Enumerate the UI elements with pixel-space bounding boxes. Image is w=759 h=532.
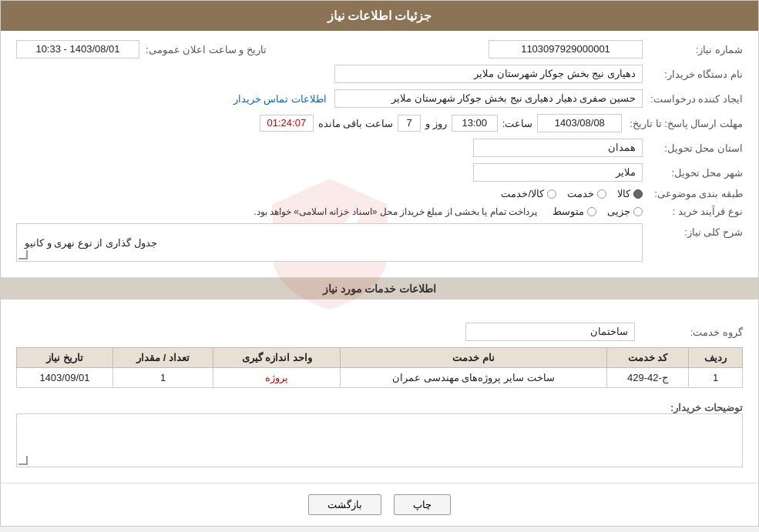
noeFarayand-label: نوع فرآیند خرید :: [643, 206, 743, 217]
noeFarayand-jozi-label: جزیی: [607, 206, 630, 217]
mohlat-saat-label: ساعت:: [498, 118, 538, 129]
mohlat-label: مهلت ارسال پاسخ: تا تاریخ:: [622, 118, 743, 129]
mohlat-saat: 13:00: [452, 115, 498, 132]
khadamat-table: ردیف کد خدمت نام خدمت واحد اندازه گیری ت…: [16, 347, 743, 388]
shahr-label: شهر محل تحویل:: [643, 167, 743, 179]
tosif-label: توضیحات خریدار:: [643, 399, 743, 413]
sharh-text: جدول گذاری از نوع نهری و کانیو: [25, 237, 157, 249]
noeFarayand-motevaset-label: متوسط: [552, 206, 584, 217]
print-button[interactable]: چاپ: [394, 494, 451, 515]
ijadKonande-value: حسین صفری دهیار دهیاری نیج بخش جوکار شهر…: [334, 89, 643, 108]
row-ostan: استان محل تحویل: همدان: [16, 139, 743, 157]
tarikh-value: 1403/08/01 - 10:33: [16, 40, 139, 59]
mohlat-baqi-label: ساعت باقی مانده: [314, 118, 398, 129]
row-tosif: توضیحات خریدار:: [16, 399, 743, 467]
page-wrapper: جزئیات اطلاعات نیاز شماره نیاز: 11030979…: [0, 0, 759, 527]
sharh-label: شرح کلی نیاز:: [643, 223, 743, 238]
shahr-value: ملایر: [473, 163, 643, 182]
noeFarayand-radio-group: جزیی متوسط: [552, 206, 643, 217]
page-title: جزئیات اطلاعات نیاز: [327, 9, 432, 22]
tabaqe-label: طبقه بندی موضوعی:: [643, 188, 743, 199]
radio-khadamat-icon: [597, 189, 606, 199]
grohe-khadamat-label: گروه خدمت:: [643, 326, 743, 338]
tabaqe-kalakhadamat-label: کالا/خدمت: [501, 188, 544, 199]
table-cell-namKhadamat: ساخت سایر پروژه‌های مهندسی عمران: [340, 368, 606, 388]
tosif-resize-handle[interactable]: [18, 456, 28, 465]
radio-kala-icon: [633, 189, 643, 199]
table-cell-vahed: پروژه: [213, 368, 341, 388]
khadamat-section: گروه خدمت: ساختمان ردیف کد خدمت نام خدمت…: [1, 307, 758, 483]
shomareNiaz-value: 1103097929000001: [489, 40, 643, 59]
col-vahed: واحد اندازه گیری: [213, 348, 341, 368]
table-cell-radif: 1: [689, 368, 743, 388]
tabaqe-radio-group: کالا خدمت کالا/خدمت: [501, 188, 643, 199]
table-header-row: ردیف کد خدمت نام خدمت واحد اندازه گیری ت…: [17, 348, 743, 368]
table-cell-tedad: 1: [113, 368, 213, 388]
tabaqe-option-kala[interactable]: کالا: [617, 188, 643, 199]
table-row: 1ج-42-429ساخت سایر پروژه‌های مهندسی عمرا…: [17, 368, 743, 388]
shomareNiaz-label: شماره نیاز:: [643, 44, 743, 55]
row-grohe-khadamat: گروه خدمت: ساختمان: [16, 323, 743, 341]
radio-jozi-icon: [633, 207, 643, 216]
noeFarayand-option-motevaset[interactable]: متوسط: [552, 206, 596, 217]
sharh-value: جدول گذاری از نوع نهری و کانیو: [16, 223, 643, 262]
mohlat-date: 1403/08/08: [537, 114, 622, 132]
mohlat-roz-label: روز و: [421, 118, 452, 129]
main-form-section: شماره نیاز: 1103097929000001 تاریخ و ساع…: [1, 31, 758, 278]
row-mohlat: مهلت ارسال پاسخ: تا تاریخ: 1403/08/08 سا…: [16, 114, 743, 132]
mohlat-baqi: 01:24:07: [260, 115, 314, 132]
table-cell-kodKhadamat: ج-42-429: [606, 368, 688, 388]
radio-motevaset-icon: [587, 207, 596, 216]
col-radif: ردیف: [689, 348, 743, 368]
row-ijadKonande: ایجاد کننده درخواست: حسین صفری دهیار دهی…: [16, 89, 743, 108]
tabaqe-kala-label: کالا: [617, 188, 630, 199]
col-kod: کد خدمت: [606, 348, 688, 368]
table-cell-tarikh: 1403/09/01: [17, 368, 113, 388]
row-sharh: شرح کلی نیاز: جدول گذاری از نوع نهری و ک…: [16, 223, 743, 262]
grohe-khadamat-value: ساختمان: [465, 323, 635, 341]
namDastgah-label: نام دستگاه خریدار:: [643, 69, 743, 80]
noeFarayand-option-jozi[interactable]: جزیی: [607, 206, 643, 217]
etelaat-link[interactable]: اطلاعات تماس خریدار: [233, 93, 327, 105]
mohlat-roz: 7: [398, 115, 421, 132]
footer-buttons: چاپ بازگشت: [1, 483, 758, 526]
tarikh-label: تاریخ و ساعت اعلان عمومی:: [139, 44, 267, 55]
col-tarikh: تاریخ نیاز: [17, 348, 113, 368]
tabaqe-option-khadamat[interactable]: خدمت: [567, 188, 606, 199]
namDastgah-value: دهیاری نیج بخش جوکار شهرستان ملایر: [334, 65, 643, 83]
back-button[interactable]: بازگشت: [308, 494, 381, 515]
page-header: جزئیات اطلاعات نیاز: [1, 1, 758, 31]
radio-kalakhadamat-icon: [547, 189, 556, 199]
ostan-value: همدان: [473, 139, 643, 157]
ostan-label: استان محل تحویل:: [643, 142, 743, 154]
col-nam: نام خدمت: [340, 348, 606, 368]
tabaqe-khadamat-label: خدمت: [567, 188, 594, 199]
col-tedad: تعداد / مقدار: [113, 348, 213, 368]
row-namDastgah: نام دستگاه خریدار: دهیاری نیج بخش جوکار …: [16, 65, 743, 83]
ijadKonande-label: ایجاد کننده درخواست:: [643, 93, 743, 105]
tabaqe-option-kala-khadamat[interactable]: کالا/خدمت: [501, 188, 556, 199]
resize-handle[interactable]: [18, 250, 28, 259]
tosif-textarea[interactable]: [16, 413, 743, 467]
row-shomareNiaz: شماره نیاز: 1103097929000001 تاریخ و ساع…: [16, 40, 743, 59]
